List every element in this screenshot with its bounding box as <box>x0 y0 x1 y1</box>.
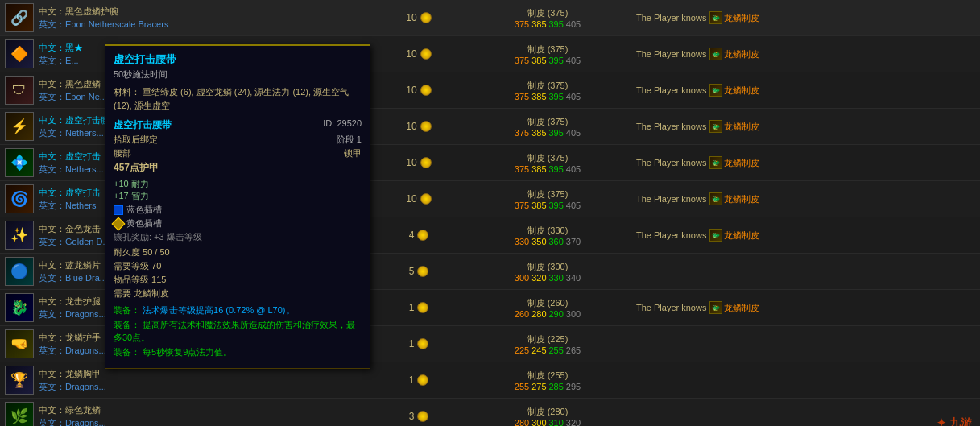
skill-name: 制皮 (375) <box>527 116 569 128</box>
skill-levels: 375385395405 <box>515 56 581 65</box>
item-names: 中文：黑色虚鳞护腕英文：Ebon Netherscale Bracers <box>39 6 168 31</box>
price-value: 10 <box>406 48 416 60</box>
tooltip-bind-row: 拾取后绑定 阶段 1 <box>114 134 362 146</box>
skill-levels: 375385395405 <box>515 19 581 29</box>
craft-label: 龙鳞制皮 <box>724 193 759 205</box>
watermark-icon: ✦ <box>937 416 946 426</box>
tooltip-enchant2-prefix: 装备： <box>114 320 140 329</box>
item-icon: 🔗 <box>5 3 34 32</box>
item-icon: 🤜 <box>5 329 34 358</box>
craft-icon: 🐲龙鳞制皮 <box>709 301 759 314</box>
tooltip-gem1-text: 蓝色插槽 <box>126 204 162 216</box>
skill-levels: 375385395405 <box>515 92 581 101</box>
skill-level-0: 375 <box>515 56 529 65</box>
item-name-cn: 中文：绿色龙鳞 <box>39 404 106 416</box>
item-names: 中文：龙击护腿英文：Dragons... <box>39 296 106 321</box>
item-name-cn: 中文：龙鳞护手 <box>39 332 106 344</box>
skill-level-1: 385 <box>531 128 546 138</box>
skill-level-3: 405 <box>566 19 581 29</box>
skill-level-2: 395 <box>549 128 564 138</box>
tooltip-stat1: +10 耐力 <box>114 178 362 190</box>
skill-level-1: 350 <box>531 237 546 246</box>
tooltip-stat2: +17 智力 <box>114 190 362 202</box>
item-name-en: 英文：Dragons... <box>39 381 106 393</box>
skill-name: 制皮 (300) <box>527 261 569 273</box>
known-cell: The Player knows🐲龙鳞制皮 <box>628 301 980 314</box>
skill-levels: 300320330340 <box>515 273 581 283</box>
item-icon: 🌿 <box>5 402 34 426</box>
craft-icon-img: 🐲 <box>709 301 722 314</box>
price-cell: 10 <box>370 85 467 96</box>
skill-levels: 375385395405 <box>515 164 581 174</box>
skill-name: 制皮 (280) <box>527 406 569 418</box>
tooltip-materials-label: 材料： <box>114 87 140 97</box>
known-text: The Player knows <box>636 194 706 204</box>
price-cell: 3 <box>370 411 467 422</box>
known-text: The Player knows <box>636 122 706 131</box>
table-row[interactable]: 🌿中文：绿色龙鳞英文：Dragons...3制皮 (280)2803003103… <box>0 399 980 426</box>
tooltip-requires: 需要 龙鳞制皮 <box>114 287 362 300</box>
craft-icon: 🐲龙鳞制皮 <box>709 11 759 24</box>
skill-name: 制皮 (375) <box>527 43 569 56</box>
price-cell: 5 <box>370 266 467 277</box>
item-name-cn: 中文：蓝龙鳞片 <box>39 259 107 271</box>
known-text: The Player knows <box>636 158 706 168</box>
craft-label: 龙鳞制皮 <box>724 230 759 242</box>
table-row[interactable]: 🔗中文：黑色虚鳞护腕英文：Ebon Netherscale Bracers10制… <box>0 0 980 36</box>
craft-label: 龙鳞制皮 <box>724 157 759 169</box>
item-name-en: 英文：Dragons... <box>39 345 106 357</box>
item-name-cn: 中文：黑色虚鳞 <box>39 78 107 90</box>
item-icon: 🛡 <box>5 76 34 105</box>
craft-label: 龙鳞制皮 <box>724 302 759 314</box>
skill-level-3: 405 <box>566 201 581 210</box>
tooltip-item-name-2: 虚空打击腰带 <box>114 118 172 132</box>
item-icon: 🔶 <box>5 39 34 68</box>
skill-level-0: 375 <box>515 164 529 174</box>
price-cell: 1 <box>370 374 467 386</box>
gold-coin-icon <box>420 12 432 23</box>
gold-coin-icon <box>417 338 428 349</box>
skill-level-1: 280 <box>531 309 546 319</box>
skill-name: 制皮 (260) <box>527 297 569 309</box>
craft-icon: 🐲龙鳞制皮 <box>709 84 759 97</box>
skill-level-3: 295 <box>566 382 581 391</box>
item-icon: 🏆 <box>5 366 34 395</box>
gold-coin-icon <box>420 85 432 96</box>
skill-level-3: 405 <box>566 56 581 65</box>
item-name-en: 英文：Ebon Netherscale Bracers <box>39 19 168 31</box>
price-cell: 10 <box>370 12 467 23</box>
item-icon: 🔵 <box>5 257 34 286</box>
skill-level-1: 300 <box>531 418 546 427</box>
tooltip-gem1-row: 蓝色插槽 <box>114 204 362 216</box>
gold-coin-icon <box>417 230 428 241</box>
skill-level-1: 385 <box>531 201 546 210</box>
skill-level-2: 395 <box>549 92 564 101</box>
item-tooltip: 虚空打击腰带 50秒施法时间 材料： 重结缔皮 (6), 虚空龙鳞 (24), … <box>105 44 370 369</box>
skill-level-3: 265 <box>566 345 581 355</box>
skill-level-2: 395 <box>549 56 564 65</box>
watermark: ✦ 九游 <box>937 416 972 426</box>
skill-levels: 330350360370 <box>515 237 581 246</box>
gem-yellow-icon <box>112 217 126 230</box>
skill-level-0: 375 <box>515 201 529 210</box>
skill-cell: 制皮 (375)375385395405 <box>467 43 628 65</box>
item-name-cn: 中文：虚空打击 <box>39 187 101 199</box>
tooltip-subtitle: 50秒施法时间 <box>114 68 362 81</box>
craft-icon: 🐲龙鳞制皮 <box>709 156 759 169</box>
price-value: 10 <box>406 121 416 132</box>
item-name-en: 英文：Dragons... <box>39 308 106 321</box>
item-names: 中文：黑★英文：E... <box>39 42 83 67</box>
item-name-cn: 中文：虚空打击 <box>39 151 104 163</box>
skill-level-1: 385 <box>531 92 546 101</box>
skill-level-2: 285 <box>549 382 564 391</box>
skill-level-0: 225 <box>515 345 529 355</box>
skill-level-2: 395 <box>549 19 564 29</box>
tooltip-durability: 耐久度 50 / 50 <box>114 246 362 258</box>
item-name-cn: 中文：金色龙击 <box>39 223 110 235</box>
item-name-en: 英文：Dragons... <box>39 417 106 427</box>
gold-coin-icon <box>417 374 428 386</box>
skill-levels: 260280290300 <box>515 309 581 319</box>
skill-cell: 制皮 (330)330350360370 <box>467 225 628 246</box>
tooltip-title: 虚空打击腰带 <box>114 52 362 67</box>
item-names: 中文：黑色虚鳞英文：Ebon Ne... <box>39 78 107 103</box>
